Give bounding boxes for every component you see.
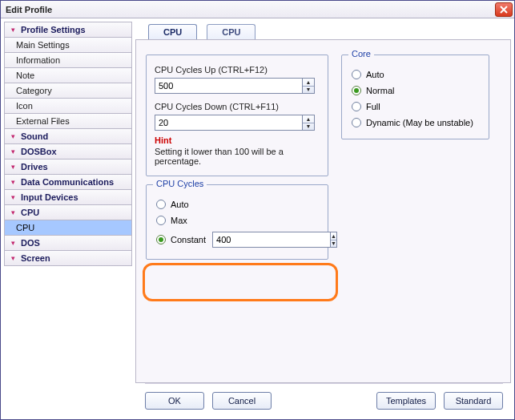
radio-label: Normal (366, 86, 394, 95)
templates-button[interactable]: Templates (376, 392, 436, 410)
sidebar-cat-label: DOSBox (21, 147, 57, 156)
radio-label: Auto (366, 70, 384, 79)
cycles-down-label: CPU Cycles Down (CTRL+F11) (155, 102, 320, 111)
cycles-up-label: CPU Cycles Up (CTRL+F12) (155, 65, 320, 75)
chevron-down-icon: ▾ (10, 194, 16, 201)
sidebar-cat-dosbox[interactable]: ▾DOSBox (4, 143, 132, 160)
radio-label: Dynamic (May be unstable) (366, 118, 473, 127)
radio-label: Max (171, 216, 187, 225)
cancel-button[interactable]: Cancel (212, 392, 272, 410)
cpu-cycles-legend: CPU Cycles (153, 179, 207, 188)
sidebar-cat-cpu[interactable]: ▾CPU (4, 204, 132, 220)
cpu-cycles-group: CPU Cycles Auto Max (146, 184, 328, 260)
window-title: Edit Profile (6, 5, 495, 14)
radio-icon (352, 118, 361, 127)
sidebar-item-note[interactable]: Note (4, 67, 132, 83)
cycles-radio-max[interactable]: Max (155, 212, 320, 228)
sidebar-cat-sound[interactable]: ▾Sound (4, 128, 132, 144)
chevron-down-icon: ▾ (10, 240, 16, 247)
sidebar-item-main-settings[interactable]: Main Settings (4, 37, 132, 53)
sidebar-cat-screen[interactable]: ▾Screen (4, 250, 132, 266)
radio-icon (156, 200, 166, 209)
edit-profile-window: Edit Profile ▾ Profile Settings Main Set… (0, 0, 515, 420)
sidebar-item-external-files[interactable]: External Files (4, 113, 132, 129)
spin-down-icon[interactable]: ▼ (303, 123, 314, 131)
chevron-down-icon: ▾ (10, 164, 16, 171)
sidebar-cat-label: DOS (21, 238, 40, 248)
core-radio-auto[interactable]: Auto (350, 67, 481, 83)
spin-up-icon[interactable]: ▲ (331, 232, 336, 240)
hint-title: Hint (155, 135, 320, 145)
content-area: CPU CPU CPU Cycles Up (CTRL+F12) ▲ ▼ (135, 22, 511, 383)
radio-label: Constant (171, 235, 206, 244)
radio-icon (156, 235, 166, 244)
core-radio-dynamic[interactable]: Dynamic (May be unstable) (350, 115, 481, 131)
sidebar-cat-profile-settings[interactable]: ▾ Profile Settings (4, 22, 132, 38)
sidebar-cat-data-communications[interactable]: ▾Data Communications (4, 174, 132, 190)
tab-cpu-1[interactable]: CPU (148, 24, 197, 39)
radio-icon (156, 216, 166, 225)
sidebar-item-information[interactable]: Information (4, 52, 132, 68)
cycles-radio-auto[interactable]: Auto (155, 196, 320, 212)
tab-cpu-2[interactable]: CPU (207, 24, 255, 39)
tabstrip: CPU CPU (135, 22, 511, 39)
radio-label: Auto (171, 200, 189, 209)
sidebar-cat-label: Drives (21, 162, 48, 172)
radio-icon (352, 70, 361, 79)
sidebar-item-cpu[interactable]: CPU (4, 220, 132, 236)
sidebar-cat-label: Profile Settings (21, 25, 86, 34)
hint-text: Setting it lower than 100 will be a perc… (155, 147, 315, 166)
chevron-down-icon: ▾ (10, 148, 16, 155)
core-radio-normal[interactable]: Normal (350, 83, 481, 99)
cycles-up-spinner: ▲ ▼ (302, 78, 315, 94)
radio-label: Full (366, 102, 380, 111)
chevron-down-icon: ▾ (10, 179, 16, 186)
spin-down-icon[interactable]: ▼ (331, 240, 336, 248)
chevron-down-icon: ▾ (10, 255, 16, 262)
sidebar-cat-label: CPU (21, 208, 39, 217)
sidebar-cat-label: Data Communications (21, 177, 114, 187)
chevron-down-icon: ▾ (10, 209, 16, 216)
chevron-down-icon: ▾ (10, 26, 16, 34)
cycles-up-field: ▲ ▼ (155, 78, 315, 94)
radio-icon (352, 86, 361, 95)
cycles-down-input[interactable] (155, 115, 302, 131)
titlebar: Edit Profile (1, 1, 514, 18)
sidebar-cat-dos[interactable]: ▾DOS (4, 235, 132, 251)
spin-down-icon[interactable]: ▼ (303, 87, 314, 94)
cycles-constant-input[interactable] (212, 232, 330, 248)
sidebar-cat-label: Screen (21, 253, 50, 263)
sidebar-item-icon[interactable]: Icon (4, 98, 132, 114)
cycles-constant-field: ▲ ▼ (212, 232, 316, 248)
radio-icon (352, 102, 361, 111)
core-group: Core Auto Normal Full (341, 55, 489, 139)
window-body: ▾ Profile Settings Main Settings Informa… (1, 18, 514, 383)
standard-button[interactable]: Standard (444, 392, 503, 410)
chevron-down-icon: ▾ (10, 133, 16, 140)
core-radio-full[interactable]: Full (350, 99, 481, 115)
tab-page-cpu: CPU Cycles Up (CTRL+F12) ▲ ▼ CPU Cycles … (135, 39, 511, 383)
annotation-highlight (143, 263, 338, 301)
core-legend: Core (348, 49, 374, 59)
cycles-down-spinner: ▲ ▼ (302, 115, 315, 131)
close-button[interactable] (495, 2, 513, 17)
spin-up-icon[interactable]: ▲ (303, 79, 314, 87)
spin-up-icon[interactable]: ▲ (303, 115, 314, 123)
footer: OK Cancel Templates Standard (1, 384, 514, 419)
sidebar-cat-label: Sound (21, 131, 48, 141)
cycles-constant-spinner: ▲ ▼ (330, 232, 337, 248)
cycles-up-input[interactable] (155, 78, 302, 94)
sidebar: ▾ Profile Settings Main Settings Informa… (4, 22, 132, 383)
cycles-down-field: ▲ ▼ (155, 115, 315, 131)
sidebar-cat-label: Input Devices (21, 192, 78, 202)
ok-button[interactable]: OK (145, 392, 204, 410)
sidebar-cat-drives[interactable]: ▾Drives (4, 159, 132, 175)
cycles-radio-constant[interactable]: Constant (156, 235, 206, 244)
sidebar-cat-input-devices[interactable]: ▾Input Devices (4, 189, 132, 205)
close-icon (500, 6, 508, 14)
cycles-up-down-group: CPU Cycles Up (CTRL+F12) ▲ ▼ CPU Cycles … (146, 55, 328, 176)
sidebar-item-category[interactable]: Category (4, 83, 132, 99)
